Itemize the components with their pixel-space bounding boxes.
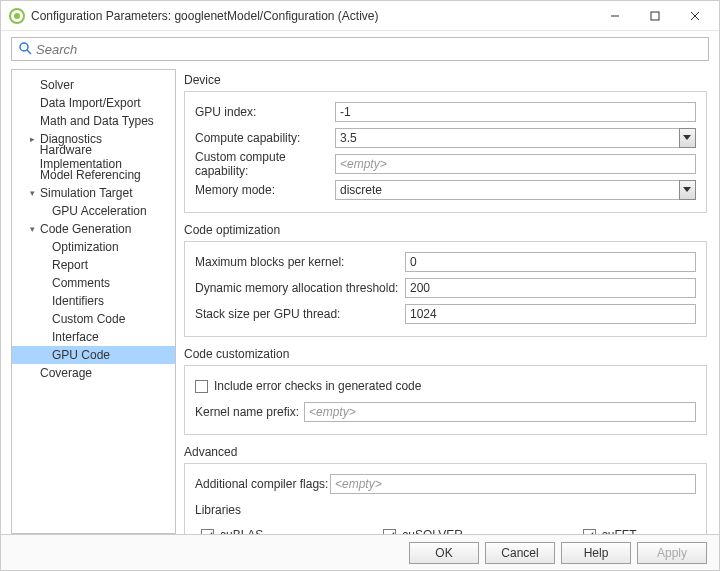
- tree-item-comments[interactable]: Comments: [12, 274, 175, 292]
- advanced-section-title: Advanced: [184, 445, 707, 459]
- tree-arrow-icon: ▾: [30, 224, 40, 234]
- dropdown-icon[interactable]: [679, 180, 696, 200]
- tree-item-hardware-implementation[interactable]: Hardware Implementation: [12, 148, 175, 166]
- tree-item-label: Simulation Target: [40, 186, 133, 200]
- tree-item-label: Report: [52, 258, 88, 272]
- titlebar: Configuration Parameters: googlenetModel…: [1, 1, 719, 31]
- svg-rect-1: [651, 12, 659, 20]
- tree-item-data-import-export[interactable]: Data Import/Export: [12, 94, 175, 112]
- error-checks-label: Include error checks in generated code: [214, 379, 421, 393]
- libraries-label: Libraries: [195, 503, 241, 517]
- tree-item-label: Solver: [40, 78, 74, 92]
- gpu-index-label: GPU index:: [195, 105, 335, 119]
- device-section-title: Device: [184, 73, 707, 87]
- tree-item-code-generation[interactable]: ▾Code Generation: [12, 220, 175, 238]
- app-icon: [9, 8, 25, 24]
- tree-item-gpu-code[interactable]: GPU Code: [12, 346, 175, 364]
- tree-arrow-icon: ▸: [30, 134, 40, 144]
- tree-item-gpu-acceleration[interactable]: GPU Acceleration: [12, 202, 175, 220]
- optimization-section-title: Code optimization: [184, 223, 707, 237]
- search-box[interactable]: [11, 37, 709, 61]
- tree-item-label: Hardware Implementation: [40, 143, 175, 171]
- compute-capability-select[interactable]: [335, 128, 679, 148]
- tree-item-interface[interactable]: Interface: [12, 328, 175, 346]
- tree-item-optimization[interactable]: Optimization: [12, 238, 175, 256]
- tree-item-report[interactable]: Report: [12, 256, 175, 274]
- kernel-prefix-input[interactable]: [304, 402, 696, 422]
- optimization-section: Maximum blocks per kernel: Dynamic memor…: [184, 241, 707, 337]
- tree-item-label: GPU Code: [52, 348, 110, 362]
- help-button[interactable]: Help: [561, 542, 631, 564]
- customization-section-title: Code customization: [184, 347, 707, 361]
- customization-section: Include error checks in generated code K…: [184, 365, 707, 435]
- dyn-mem-label: Dynamic memory allocation threshold:: [195, 281, 405, 295]
- footer: OK Cancel Help Apply: [1, 534, 719, 570]
- tree-item-custom-code[interactable]: Custom Code: [12, 310, 175, 328]
- minimize-button[interactable]: [595, 2, 635, 30]
- advanced-section: Additional compiler flags: Libraries cuB…: [184, 463, 707, 534]
- tree-item-label: Math and Data Types: [40, 114, 154, 128]
- compiler-flags-label: Additional compiler flags:: [195, 477, 330, 491]
- max-blocks-label: Maximum blocks per kernel:: [195, 255, 405, 269]
- ok-button[interactable]: OK: [409, 542, 479, 564]
- tree-item-label: GPU Acceleration: [52, 204, 147, 218]
- tree-arrow-icon: ▾: [30, 188, 40, 198]
- tree-item-label: Comments: [52, 276, 110, 290]
- cancel-button[interactable]: Cancel: [485, 542, 555, 564]
- svg-point-4: [20, 43, 28, 51]
- tree-item-solver[interactable]: Solver: [12, 76, 175, 94]
- tree-item-label: Coverage: [40, 366, 92, 380]
- tree-item-identifiers[interactable]: Identifiers: [12, 292, 175, 310]
- tree-item-label: Optimization: [52, 240, 119, 254]
- tree-item-label: Model Referencing: [40, 168, 141, 182]
- compute-capability-label: Compute capability:: [195, 131, 335, 145]
- dropdown-icon[interactable]: [679, 128, 696, 148]
- max-blocks-input[interactable]: [405, 252, 696, 272]
- custom-compute-label: Custom compute capability:: [195, 150, 335, 178]
- device-section: GPU index: Compute capability: Custom co…: [184, 91, 707, 213]
- tree-item-label: Identifiers: [52, 294, 104, 308]
- search-input[interactable]: [36, 39, 702, 59]
- tree-item-label: Code Generation: [40, 222, 131, 236]
- memory-mode-select[interactable]: [335, 180, 679, 200]
- tree-item-label: Data Import/Export: [40, 96, 141, 110]
- svg-marker-6: [683, 135, 691, 140]
- kernel-prefix-label: Kernel name prefix:: [195, 405, 304, 419]
- stack-size-input[interactable]: [405, 304, 696, 324]
- tree-item-math-and-data-types[interactable]: Math and Data Types: [12, 112, 175, 130]
- maximize-button[interactable]: [635, 2, 675, 30]
- window-title: Configuration Parameters: googlenetModel…: [31, 9, 595, 23]
- gpu-index-input[interactable]: [335, 102, 696, 122]
- tree-item-simulation-target[interactable]: ▾Simulation Target: [12, 184, 175, 202]
- settings-panel: Device GPU index: Compute capability: Cu…: [184, 69, 709, 534]
- apply-button[interactable]: Apply: [637, 542, 707, 564]
- search-row: [1, 31, 719, 65]
- svg-line-5: [27, 50, 31, 54]
- tree-item-coverage[interactable]: Coverage: [12, 364, 175, 382]
- svg-marker-7: [683, 187, 691, 192]
- error-checks-checkbox[interactable]: Include error checks in generated code: [195, 379, 421, 393]
- memory-mode-label: Memory mode:: [195, 183, 335, 197]
- tree-item-label: Interface: [52, 330, 99, 344]
- custom-compute-input[interactable]: [335, 154, 696, 174]
- compiler-flags-input[interactable]: [330, 474, 696, 494]
- stack-size-label: Stack size per GPU thread:: [195, 307, 405, 321]
- close-button[interactable]: [675, 2, 715, 30]
- dyn-mem-input[interactable]: [405, 278, 696, 298]
- nav-tree[interactable]: SolverData Import/ExportMath and Data Ty…: [11, 69, 176, 534]
- tree-item-label: Custom Code: [52, 312, 125, 326]
- search-icon: [18, 41, 32, 58]
- content: SolverData Import/ExportMath and Data Ty…: [1, 65, 719, 534]
